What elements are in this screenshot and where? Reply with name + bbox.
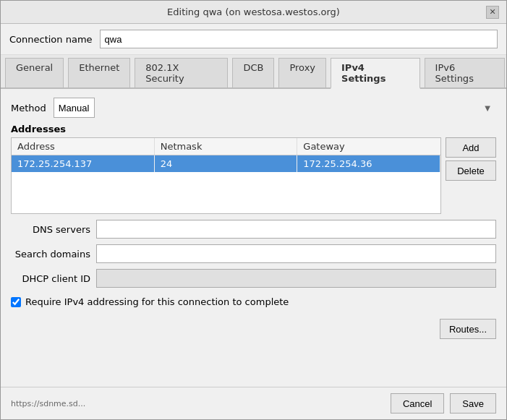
- tab-bar: General Ethernet 802.1X Security DCB Pro…: [1, 55, 506, 89]
- table-row[interactable]: 172.25.254.137 24 172.25.254.36: [12, 155, 440, 172]
- close-button[interactable]: ✕: [486, 6, 499, 19]
- cell-gateway: 172.25.254.36: [297, 155, 440, 172]
- tab-content: Method Manual (function(){ var sel = doc…: [1, 89, 506, 387]
- tab-general[interactable]: General: [5, 58, 64, 87]
- dns-servers-row: DNS servers: [11, 220, 496, 239]
- routes-row: Routes...: [11, 319, 496, 339]
- url-hint: https://sdnme.sd...: [11, 399, 85, 408]
- col-gateway: Gateway: [297, 138, 440, 155]
- search-domains-label: Search domains: [11, 249, 90, 260]
- cancel-button[interactable]: Cancel: [391, 393, 444, 413]
- search-domains-row: Search domains: [11, 244, 496, 263]
- tab-802-1x[interactable]: 802.1X Security: [135, 58, 228, 87]
- method-row: Method Manual (function(){ var sel = doc…: [11, 98, 496, 118]
- addresses-table-wrap: Address Netmask Gateway 172.25.254.137 2…: [11, 137, 496, 214]
- tab-dcb[interactable]: DCB: [232, 58, 274, 87]
- close-icon: ✕: [489, 7, 495, 17]
- dns-servers-input[interactable]: [96, 220, 496, 239]
- cell-netmask: 24: [155, 155, 298, 172]
- dialog: Editing qwa (on westosa.westos.org) ✕ Co…: [0, 0, 507, 420]
- tab-proxy[interactable]: Proxy: [278, 58, 326, 87]
- table-body: 172.25.254.137 24 172.25.254.36: [12, 155, 440, 213]
- connection-name-row: Connection name: [1, 24, 506, 55]
- dns-servers-label: DNS servers: [11, 224, 90, 235]
- table-header: Address Netmask Gateway: [12, 138, 440, 155]
- routes-button[interactable]: Routes...: [440, 319, 496, 339]
- method-select[interactable]: Manual: [54, 98, 95, 118]
- title-bar: Editing qwa (on westosa.westos.org) ✕: [1, 1, 506, 24]
- method-label: Method: [11, 103, 46, 113]
- bottom-bar: https://sdnme.sd... Cancel Save: [1, 387, 506, 419]
- table-actions: Add Delete: [446, 137, 496, 214]
- addresses-table: Address Netmask Gateway 172.25.254.137 2…: [11, 137, 441, 214]
- delete-button[interactable]: Delete: [446, 160, 496, 181]
- tab-ipv4[interactable]: IPv4 Settings: [331, 58, 420, 89]
- addresses-label: Addresses: [11, 124, 496, 134]
- require-ipv4-row: Require IPv4 addressing for this connect…: [11, 293, 496, 310]
- add-button[interactable]: Add: [446, 137, 496, 158]
- tab-ipv6[interactable]: IPv6 Settings: [425, 58, 505, 87]
- dhcp-client-id-label: DHCP client ID: [11, 273, 90, 284]
- tab-ethernet[interactable]: Ethernet: [68, 58, 130, 87]
- connection-name-input[interactable]: [100, 30, 498, 48]
- method-select-wrap: Manual (function(){ var sel = document.q…: [54, 98, 496, 118]
- col-address: Address: [12, 138, 155, 155]
- col-netmask: Netmask: [155, 138, 298, 155]
- addresses-section: Addresses Address Netmask Gateway 172.25…: [11, 124, 496, 214]
- dialog-title: Editing qwa (on westosa.westos.org): [21, 7, 486, 17]
- connection-name-label: Connection name: [9, 34, 93, 45]
- dhcp-client-id-input[interactable]: [96, 269, 496, 288]
- require-ipv4-label: Require IPv4 addressing for this connect…: [25, 296, 289, 307]
- save-button[interactable]: Save: [450, 393, 496, 413]
- search-domains-input[interactable]: [96, 244, 496, 263]
- require-ipv4-checkbox[interactable]: [11, 297, 21, 307]
- cell-address: 172.25.254.137: [12, 155, 155, 172]
- dhcp-client-id-row: DHCP client ID: [11, 269, 496, 288]
